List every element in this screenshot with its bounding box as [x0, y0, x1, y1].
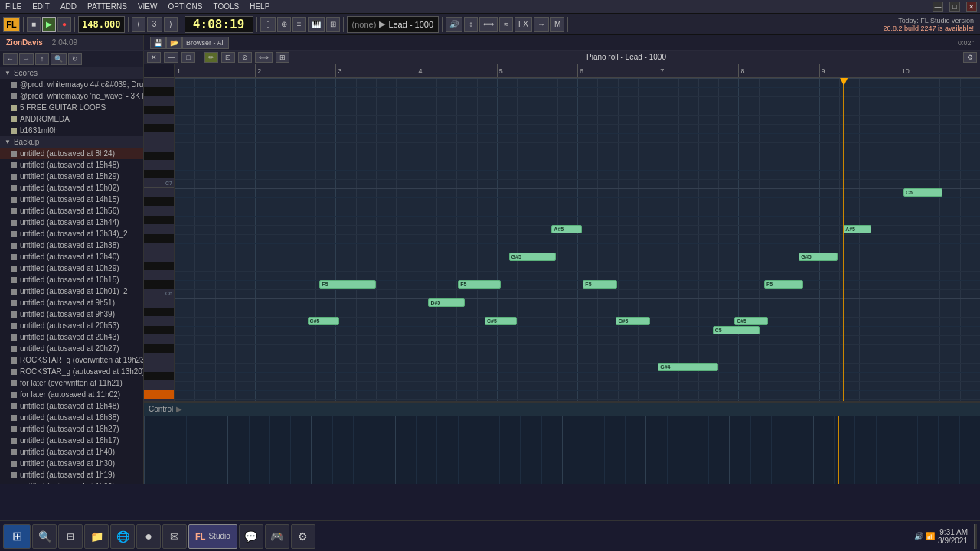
- piano-key-F#5[interactable]: [144, 344, 174, 354]
- piano-key-C#5[interactable]: [144, 390, 174, 399]
- pr-btn-close[interactable]: ✕: [147, 52, 161, 63]
- menu-view[interactable]: VIEW: [136, 2, 160, 11]
- btn-next-pattern[interactable]: ⟩: [164, 17, 178, 32]
- piano-key-G6[interactable]: [144, 225, 174, 234]
- piano-key-D#5[interactable]: [144, 372, 174, 381]
- lead-name[interactable]: Lead - 1000: [388, 20, 433, 29]
- sidebar-item-20[interactable]: untitled (autosaved at 9h51): [0, 297, 143, 308]
- midi-note-0[interactable]: C6: [903, 188, 942, 197]
- midi-note-6[interactable]: F5: [458, 280, 501, 289]
- sidebar-btn-refresh[interactable]: ↻: [68, 53, 82, 65]
- sidebar-section-6[interactable]: ▼Backup: [0, 136, 143, 148]
- sidebar-item-28[interactable]: for later (autosaved at 11h02): [0, 389, 143, 400]
- menu-file[interactable]: FILE: [3, 2, 24, 11]
- midi-note-12[interactable]: C#5: [616, 317, 649, 325]
- piano-key-C#6[interactable]: [144, 280, 174, 289]
- search-button[interactable]: 🔍: [32, 524, 57, 549]
- pr-btn-min[interactable]: —: [164, 52, 178, 63]
- piano-key-E7[interactable]: [144, 142, 174, 152]
- piano-key-G#5[interactable]: [144, 326, 174, 335]
- sidebar-item-10[interactable]: untitled (autosaved at 15h02): [0, 182, 143, 194]
- sidebar-item-12[interactable]: untitled (autosaved at 13h56): [0, 205, 143, 217]
- menu-edit[interactable]: EDIT: [30, 2, 52, 11]
- piano-key-D5[interactable]: [144, 381, 174, 390]
- midi-note-3[interactable]: G#5: [509, 253, 556, 261]
- sidebar-item-1[interactable]: @prod. whitemaayo 4#.c&#039; Drum-FX Ki: [0, 79, 143, 90]
- pr-zoom-h[interactable]: ⟺: [255, 52, 273, 63]
- piano-key-G5[interactable]: [144, 335, 174, 344]
- midi-note-2[interactable]: A#5: [843, 225, 871, 233]
- btn-play[interactable]: ▶: [42, 17, 56, 32]
- sidebar-item-29[interactable]: untitled (autosaved at 16h48): [0, 400, 143, 412]
- note-grid[interactable]: C6A#5A#5G#5G#5F5F5F5F5D#5C#5C#5C#5C#5C5G…: [175, 78, 980, 401]
- show-desktop[interactable]: [974, 524, 977, 549]
- piano-key-C#7[interactable]: [144, 170, 174, 179]
- btn-record[interactable]: ●: [57, 17, 71, 32]
- piano-key-F5[interactable]: [144, 354, 174, 363]
- btn-piano[interactable]: 🎹: [308, 17, 325, 32]
- sidebar-item-9[interactable]: untitled (autosaved at 15h29): [0, 171, 143, 182]
- menu-tools[interactable]: TOOLS: [211, 2, 241, 11]
- piano-key-G#7[interactable]: [144, 106, 174, 115]
- piano-key-D6[interactable]: [144, 271, 174, 280]
- sidebar-item-35[interactable]: untitled (autosaved at 1h19): [0, 469, 143, 481]
- piano-keys[interactable]: C7C6C5C4C3C2: [144, 78, 175, 401]
- btn-stop[interactable]: ■: [27, 17, 41, 32]
- midi-note-11[interactable]: C#5: [485, 317, 517, 325]
- sidebar-item-22[interactable]: untitled (autosaved at 20h53): [0, 320, 143, 331]
- piano-key-F#7[interactable]: [144, 124, 174, 133]
- mail[interactable]: ✉: [162, 524, 187, 549]
- piano-key-B5[interactable]: [144, 298, 174, 308]
- timeline-ruler[interactable]: 12345678910: [175, 64, 980, 78]
- edge[interactable]: 🌐: [110, 524, 135, 549]
- btn-step[interactable]: ⊞: [326, 17, 340, 32]
- menu-add[interactable]: ADD: [58, 2, 79, 11]
- pr-snap[interactable]: ⊞: [276, 52, 289, 63]
- sidebar-item-5[interactable]: b1631ml0h: [0, 125, 143, 136]
- sidebar-item-32[interactable]: untitled (autosaved at 16h17): [0, 435, 143, 446]
- piano-key-C6[interactable]: C6: [144, 289, 174, 298]
- piano-key-F#6[interactable]: [144, 234, 174, 243]
- piano-key-A7[interactable]: [144, 96, 174, 106]
- piano-key-E5[interactable]: [144, 363, 174, 372]
- fl-studio-taskbar[interactable]: FL Studio: [188, 524, 237, 549]
- menu-patterns[interactable]: PATTERNS: [85, 2, 129, 11]
- midi-note-10[interactable]: C#5: [308, 317, 339, 325]
- btn-save[interactable]: 💾: [150, 37, 166, 49]
- discord[interactable]: 💬: [239, 524, 263, 549]
- btn-eq[interactable]: ≈: [499, 17, 513, 32]
- btn-fx[interactable]: FX: [514, 17, 532, 32]
- window-minimize[interactable]: —: [933, 2, 943, 12]
- btn-zoom[interactable]: ⊕: [277, 17, 291, 32]
- control-grid[interactable]: [144, 416, 980, 484]
- sidebar-item-17[interactable]: untitled (autosaved at 10h29): [0, 262, 143, 274]
- piano-key-A#7[interactable]: [144, 87, 174, 96]
- btn-vol[interactable]: 🔊: [446, 17, 462, 32]
- sidebar-btn-fwd[interactable]: →: [19, 53, 34, 65]
- pattern-number[interactable]: 3: [147, 17, 162, 32]
- sidebar-item-11[interactable]: untitled (autosaved at 14h15): [0, 194, 143, 205]
- sidebar-item-24[interactable]: untitled (autosaved at 20h27): [0, 343, 143, 354]
- piano-key-F7[interactable]: [144, 133, 174, 142]
- pr-settings[interactable]: ⚙: [963, 52, 977, 63]
- midi-note-8[interactable]: F5: [764, 280, 802, 289]
- sidebar-item-21[interactable]: untitled (autosaved at 9h39): [0, 308, 143, 320]
- pr-btn-max[interactable]: □: [181, 52, 195, 63]
- sidebar-item-8[interactable]: untitled (autosaved at 15h48): [0, 159, 143, 171]
- sidebar-item-27[interactable]: for later (overwritten at 11h21): [0, 377, 143, 389]
- explorer[interactable]: 📁: [84, 524, 109, 549]
- sidebar-item-7[interactable]: untitled (autosaved at 8h24): [0, 148, 143, 159]
- sidebar-item-30[interactable]: untitled (autosaved at 16h38): [0, 412, 143, 423]
- btn-pitch[interactable]: ↕: [464, 17, 478, 32]
- pr-draw[interactable]: ✏: [204, 52, 218, 63]
- sidebar-item-36[interactable]: untitled (autosaved at 1h09): [0, 481, 143, 484]
- task-view[interactable]: ⊟: [58, 524, 83, 549]
- sidebar-item-31[interactable]: untitled (autosaved at 16h27): [0, 423, 143, 435]
- sidebar-item-14[interactable]: untitled (autosaved at 13h34)_2: [0, 228, 143, 240]
- piano-key-G#6[interactable]: [144, 216, 174, 225]
- sidebar-item-23[interactable]: untitled (autosaved at 20h43): [0, 331, 143, 343]
- window-maximize[interactable]: □: [949, 2, 960, 12]
- pr-erase[interactable]: ⊘: [238, 52, 252, 63]
- menu-options[interactable]: OPTIONS: [165, 2, 204, 11]
- btn-snap[interactable]: ⋮: [260, 17, 276, 32]
